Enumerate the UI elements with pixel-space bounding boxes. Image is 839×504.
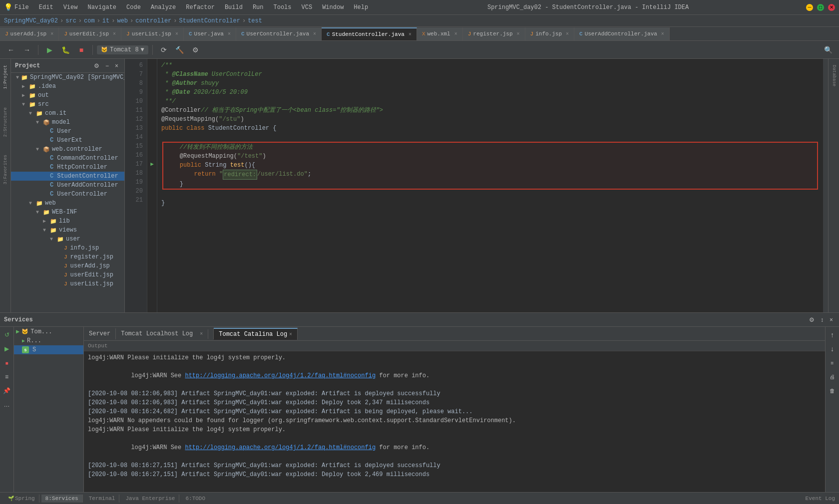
tab-database[interactable]: Database (831, 63, 838, 88)
tree-item-user[interactable]: C User (11, 127, 124, 136)
tab-info-jsp[interactable]: J info.jsp× (525, 27, 574, 40)
breadcrumb-item[interactable]: web (117, 17, 128, 24)
menu-item-edit[interactable]: Edit (37, 3, 55, 12)
services-settings-button[interactable]: ⚙ (807, 315, 817, 324)
log4j-link-2[interactable]: http://logging.apache.org/log4j/1.2/faq.… (185, 444, 376, 451)
back-button[interactable]: ← (4, 43, 18, 57)
tab-register-jsp[interactable]: J register.jsp× (463, 27, 525, 40)
tree-item-usercontroller[interactable]: C UserController (11, 190, 124, 199)
tree-item-src[interactable]: ▼ 📁 src (11, 100, 124, 109)
event-log-button[interactable]: Event Log (806, 496, 835, 502)
menu-item-run[interactable]: Run (251, 3, 266, 12)
svc-item-s[interactable]: S S (14, 345, 83, 354)
breadcrumb-item[interactable]: it (102, 17, 109, 24)
menu-bar[interactable]: FileEditViewNavigateCodeAnalyzeRefactorB… (12, 3, 370, 12)
svc-tab-server[interactable]: Server (84, 328, 116, 339)
maximize-button[interactable]: □ (817, 4, 824, 11)
forward-button[interactable]: → (20, 43, 34, 57)
breadcrumb-item[interactable]: StudentController (179, 17, 240, 24)
tab-studentcontroller-java[interactable]: C StudentController.java× (322, 27, 417, 40)
output-print[interactable]: 🖨 (827, 371, 839, 383)
tree-item-studentcontroller[interactable]: C StudentController (11, 172, 124, 181)
svc-more-button[interactable]: … (1, 399, 13, 411)
editor-area[interactable]: 6 7 8 9 10 11 12 13 14 15 16 17 18 19 20… (125, 59, 828, 312)
services-controls[interactable]: ⚙ ↕ × (807, 315, 835, 324)
tree-item-useraddcontroller[interactable]: C UserAddController (11, 181, 124, 190)
sidebar-collapse-button[interactable]: − (103, 61, 111, 70)
tree-item-web[interactable]: ▼ 📁 web (11, 199, 124, 208)
menu-item-help[interactable]: Help (352, 3, 370, 12)
tree-item-model[interactable]: ▼ 📦 model (11, 118, 124, 127)
menu-item-code[interactable]: Code (124, 3, 143, 12)
svc-pin-button[interactable]: 📌 (1, 385, 13, 397)
tree-item-register-jsp[interactable]: J register.jsp (11, 252, 124, 261)
tab-useradd-jsp[interactable]: J userAdd.jsp× (0, 27, 59, 40)
tree-item-views[interactable]: ▼ 📁 views (11, 226, 124, 235)
tree-item-httpcontroller[interactable]: C HttpController (11, 163, 124, 172)
code-content[interactable]: /** * @ClassName UserControlLer * @Autho… (157, 59, 823, 312)
tree-item-useredit-jsp[interactable]: J userEdit.jsp (11, 270, 124, 279)
tab-favorites[interactable]: 3:Favorites (2, 153, 9, 186)
breadcrumb-item[interactable]: test (248, 17, 262, 24)
menu-item-navigate[interactable]: Navigate (85, 3, 118, 12)
run-button[interactable]: ▶ (42, 43, 56, 57)
tab-usercontroller-java[interactable]: C UserController.java× (236, 27, 322, 40)
tree-item-useradd-jsp[interactable]: J userAdd.jsp (11, 261, 124, 270)
tab-spring[interactable]: 🌱 Spring (4, 495, 39, 503)
breadcrumb-item[interactable]: SpringMVC_day02 (4, 17, 58, 24)
svc-run-button[interactable]: ▶ (1, 343, 13, 355)
output-scroll-down[interactable]: ↓ (827, 343, 839, 355)
output-scroll-up[interactable]: ↑ (827, 329, 839, 341)
editor-scrollbar[interactable] (823, 59, 828, 312)
breadcrumb-item[interactable]: com (84, 17, 95, 24)
tab-services[interactable]: 8:Services (41, 495, 83, 503)
tree-item-out[interactable]: ▶ 📁 out (11, 91, 124, 100)
close-button[interactable]: ✕ (828, 4, 835, 11)
refresh-button[interactable]: ⟳ (157, 43, 171, 57)
tab-structure[interactable]: 2:Structure (2, 105, 9, 139)
output-clear[interactable]: 🗑 (827, 385, 839, 397)
tree-item-comit[interactable]: ▼ 📁 com.it (11, 109, 124, 118)
breadcrumb-item[interactable]: src (65, 17, 76, 24)
services-close-button[interactable]: × (828, 315, 835, 324)
tree-item-root[interactable]: ▼ 📁 SpringMVC_day02 [SpringMVC_day02] (11, 73, 124, 82)
menu-item-analyze[interactable]: Analyze (149, 3, 178, 12)
tab-terminal[interactable]: Terminal (85, 495, 120, 503)
tab-userlist-jsp[interactable]: J userList.jsp× (121, 27, 184, 40)
tab-java-enterprise[interactable]: Java Enterprise (121, 495, 179, 503)
output-wrap-lines[interactable]: ≡ (827, 357, 839, 369)
tree-item-commandcontroller[interactable]: C CommandController (11, 154, 124, 163)
run-config-selector[interactable]: 🐱 Tomcat 8 ▼ (97, 45, 148, 54)
menu-item-tools[interactable]: Tools (272, 3, 294, 12)
tab-webxml[interactable]: X web.xml× (417, 27, 463, 40)
svc-tab-localhost-log[interactable]: Tomcat Localhost Log× (116, 328, 214, 339)
menu-item-view[interactable]: View (61, 3, 80, 12)
tree-item-idea[interactable]: ▶ 📁 .idea (11, 82, 124, 91)
window-controls[interactable]: ─ □ ✕ (806, 4, 835, 11)
tab-project[interactable]: 1:Project (2, 63, 9, 91)
sidebar-tools[interactable]: ⚙ − × (92, 61, 120, 70)
tree-item-user-folder[interactable]: ▼ 📁 user (11, 235, 124, 244)
tab-useraddcontroller-java[interactable]: C UserAddController.java× (574, 27, 670, 40)
menu-item-build[interactable]: Build (223, 3, 245, 12)
svc-collapse-button[interactable]: ≡ (1, 371, 13, 383)
svc-item-tomcat[interactable]: ▶ 🐱 Tom... (14, 327, 83, 336)
tree-item-lib[interactable]: ▶ 📁 lib (11, 217, 124, 226)
output-area[interactable]: log4j:WARN Please initialize the log4j s… (84, 351, 825, 492)
stop-button[interactable]: ■ (74, 43, 88, 57)
tab-useredit-jsp[interactable]: J userEdit.jsp× (59, 27, 121, 40)
sidebar-gear-button[interactable]: ⚙ (92, 61, 101, 70)
tab-user-java[interactable]: C User.java× (184, 27, 236, 40)
svc-item-r[interactable]: ▶ R... (14, 336, 83, 345)
search-button[interactable]: 🔍 (821, 43, 835, 57)
minimize-button[interactable]: ─ (806, 4, 813, 11)
menu-item-refactor[interactable]: Refactor (184, 3, 217, 12)
sidebar-close-button[interactable]: × (113, 61, 120, 70)
build-button[interactable]: 🔨 (173, 43, 187, 57)
svc-stop-button[interactable]: ■ (1, 357, 13, 369)
tree-item-webcontroller[interactable]: ▼ 📦 web.controller (11, 145, 124, 154)
breadcrumb-item[interactable]: controller (135, 17, 171, 24)
tree-item-userlist-jsp[interactable]: J userList.jsp (11, 279, 124, 288)
log4j-link-1[interactable]: http://logging.apache.org/log4j/1.2/faq.… (185, 372, 376, 379)
menu-item-window[interactable]: Window (320, 3, 346, 12)
